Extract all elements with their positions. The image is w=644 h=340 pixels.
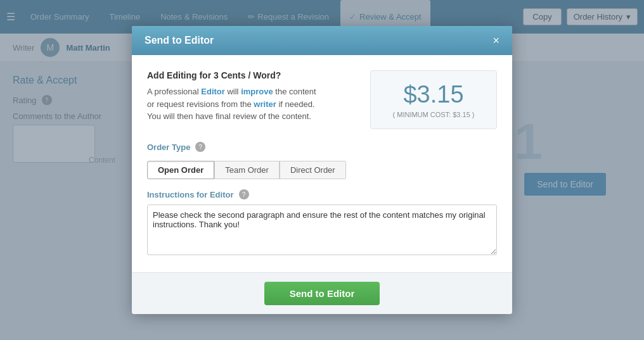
- desc-line2-end: if needed.: [276, 99, 315, 109]
- desc-line3: You will then have final review of the c…: [147, 110, 357, 123]
- order-type-help-icon[interactable]: ?: [195, 142, 205, 152]
- instructions-section: Instructions for Editor ? Please check t…: [147, 189, 497, 257]
- instructions-textarea[interactable]: Please check the second paragraph and en…: [147, 205, 497, 255]
- desc-line2-prefix: or request revisions: [147, 99, 221, 109]
- order-type-buttons: Open Order Team Order Direct Order: [147, 161, 497, 179]
- modal-footer: Send to Editor: [132, 272, 512, 314]
- modal-body: Add Editing for 3 Cents / Word? A profes…: [132, 55, 512, 272]
- desc-line1-end: the content: [273, 87, 316, 96]
- desc-line1-prefix: A professional: [147, 87, 201, 96]
- modal-overlay[interactable]: Send to Editor × Add Editing for 3 Cents…: [0, 0, 644, 340]
- modal-title: Send to Editor: [145, 35, 214, 46]
- modal-description: Add Editing for 3 Cents / Word? A profes…: [147, 70, 357, 129]
- modal-top-row: Add Editing for 3 Cents / Word? A profes…: [147, 70, 497, 129]
- desc-highlight-improve: improve: [241, 87, 273, 96]
- desc-highlight-editor: Editor: [201, 87, 225, 96]
- send-to-editor-modal: Send to Editor × Add Editing for 3 Cents…: [132, 26, 512, 314]
- order-type-row: Order Type ?: [147, 142, 497, 152]
- instructions-label: Instructions for Editor: [147, 190, 234, 199]
- modal-close-button[interactable]: ×: [493, 35, 499, 46]
- team-order-button[interactable]: Team Order: [214, 161, 280, 179]
- desc-highlight-writer: writer: [254, 99, 276, 109]
- price-box: $3.15 ( MINIMUM COST: $3.15 ): [370, 70, 497, 129]
- modal-header: Send to Editor ×: [132, 26, 512, 55]
- direct-order-button[interactable]: Direct Order: [280, 161, 346, 179]
- price-minimum: ( MINIMUM COST: $3.15 ): [393, 111, 475, 118]
- desc-line2-middle: from the: [221, 99, 254, 109]
- instructions-label-row: Instructions for Editor ?: [147, 189, 497, 199]
- description-heading: Add Editing for 3 Cents / Word?: [147, 70, 357, 80]
- instructions-help-icon[interactable]: ?: [239, 189, 249, 199]
- desc-line1-suffix: will: [225, 87, 241, 96]
- order-type-label: Order Type: [147, 142, 190, 152]
- price-amount: $3.15: [403, 81, 463, 108]
- open-order-button[interactable]: Open Order: [147, 161, 214, 179]
- send-to-editor-button[interactable]: Send to Editor: [264, 282, 380, 305]
